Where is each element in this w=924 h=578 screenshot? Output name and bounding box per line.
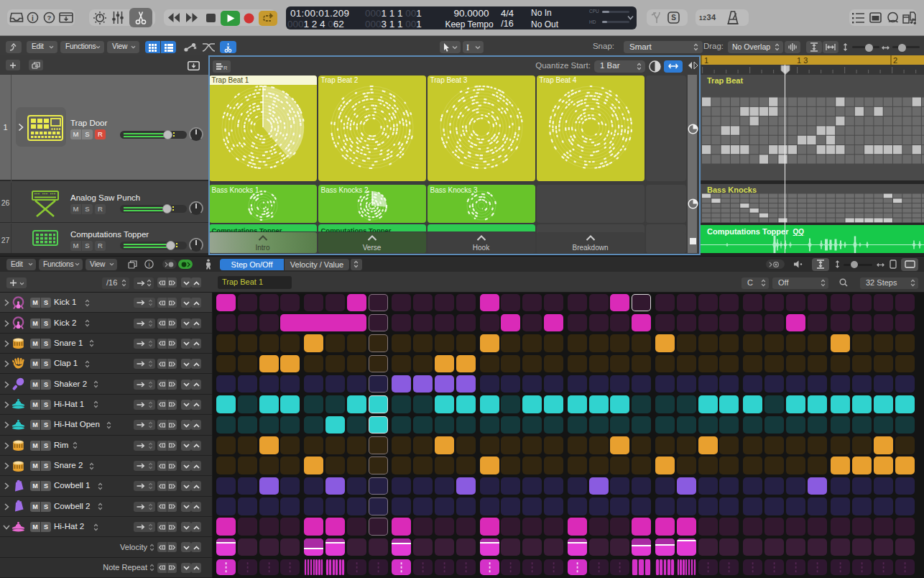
- svg-text:S: S: [671, 14, 676, 22]
- svg-text:?: ?: [47, 14, 52, 22]
- svg-text:i: i: [32, 14, 34, 22]
- svg-text:i: i: [149, 261, 150, 268]
- svg-text:R: R: [223, 65, 228, 70]
